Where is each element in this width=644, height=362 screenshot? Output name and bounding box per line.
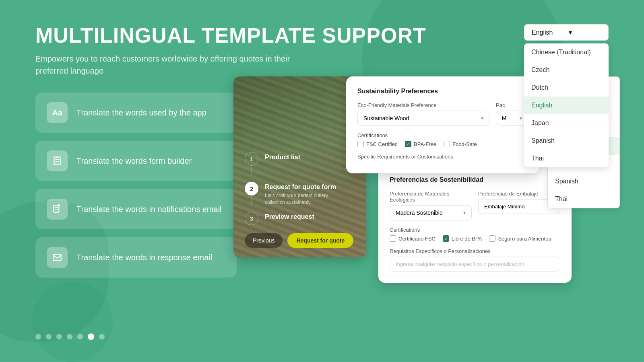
cert-bpa-checkbox-es[interactable]: ✓ [443, 235, 449, 242]
step-title-2: Request for quote form [265, 183, 345, 191]
step-line-2: 2 [245, 182, 258, 207]
lang-option-th[interactable]: Thai [524, 150, 609, 167]
wizard-step-3: 3 Preview request [245, 212, 355, 225]
aa-icon: Aa [52, 108, 62, 117]
dot-7[interactable] [99, 334, 105, 339]
step-content-2: Request for quote form Let's craft your … [265, 182, 345, 206]
pack-label-en: Pac [496, 102, 528, 108]
eco-chevron-en: ▾ [481, 115, 483, 121]
feature-list: Aa Translate the words used by the app T… [35, 93, 237, 278]
top-lang-dropdown-list[interactable]: Chinese (Traditional) Czech Dutch Englis… [524, 43, 609, 167]
lang-option-cs[interactable]: Czech [524, 61, 609, 79]
cert-fsc-label-en: FSC Certified [366, 141, 398, 147]
certifications-en: FSC Certified ✓ BPA-Free Food-Sate [357, 141, 528, 147]
notification-icon [47, 199, 68, 220]
step-title-1: Product list [265, 154, 300, 161]
svg-rect-0 [54, 157, 60, 165]
bg-decoration-3 [32, 282, 113, 362]
dot-4[interactable] [67, 334, 72, 339]
step-desc-2: Let's craft your perfect cutlery collect… [265, 192, 345, 206]
cert-food-label-en: Food-Sate [452, 141, 477, 147]
pack-field-group-en: Pac M ▾ [496, 102, 528, 126]
dot-1[interactable] [35, 334, 41, 339]
cert-bpa-label-en: BPA-Free [414, 141, 436, 147]
cert-fsc-en: FSC Certified [357, 141, 398, 147]
card-lang-th[interactable]: Thai [548, 190, 619, 208]
pack-select-en[interactable]: M ▾ [496, 111, 528, 125]
svg-rect-7 [53, 254, 61, 260]
cert-bpa-label-es: Libre de BPA [452, 236, 482, 242]
eco-label-en: Eco-Friendly Materials Preference [357, 102, 489, 108]
top-lang-selected-label: English [532, 29, 553, 36]
previous-button[interactable]: Previous [245, 233, 283, 248]
feature-item-form-builder: Translate the words form builder [35, 141, 237, 181]
cert-fsc-checkbox-en[interactable] [357, 141, 364, 147]
step-content-3: Preview request [265, 212, 314, 220]
field-row-en-1: Eco-Friendly Materials Preference Sustai… [357, 102, 528, 126]
req-placeholder-es: Ingresa cualquier requisito específico o… [396, 261, 524, 267]
certs-label-en: Certifications [357, 132, 528, 138]
cert-fsc-es: Certificado FSC [390, 235, 436, 242]
pagination-dots [35, 333, 105, 340]
req-input-es[interactable]: Ingresa cualquier requisito específico o… [390, 257, 560, 272]
lang-option-en[interactable]: English [524, 97, 609, 114]
eco-select-es[interactable]: Madera Sostenible ▾ [390, 205, 472, 220]
feature-item-app-words: Aa Translate the words used by the app [35, 93, 237, 133]
header: MULTILINGUAL TEMPLATE SUPPORT Empowers y… [35, 24, 609, 77]
bell-doc-icon [52, 204, 62, 214]
eco-chevron-es: ▾ [463, 210, 466, 216]
eco-label-es: Preferencia de Materiales Ecológicos [390, 191, 472, 203]
cert-food-en: Food-Sate [444, 141, 477, 147]
wizard-step-2: 2 Request for quote form Let's craft you… [245, 182, 355, 207]
feature-text-notifications: Translate the words in notifications ema… [76, 204, 222, 214]
request-for-quote-button[interactable]: Request for quote [287, 233, 353, 248]
req-label-es: Requisitos Específicos o Personalizacion… [390, 248, 560, 254]
wizard-step-1: 1 Product list [245, 152, 355, 177]
step-connector-2 [252, 197, 252, 205]
step-title-3: Preview request [265, 213, 314, 220]
dot-2[interactable] [46, 334, 52, 339]
pack-chevron-en: ▾ [520, 115, 522, 121]
clipboard-icon [52, 156, 62, 166]
lang-option-ja[interactable]: Japan [524, 114, 609, 132]
eco-value-es: Madera Sostenible [396, 210, 443, 216]
top-lang-dropdown-btn[interactable]: English ▾ [524, 24, 609, 41]
cert-fsc-checkbox-es[interactable] [390, 235, 396, 242]
certs-label-es: Certifications [390, 227, 560, 233]
field-row-es-1: Preferencia de Materiales Ecológicos Mad… [390, 191, 560, 220]
dot-6[interactable] [88, 333, 94, 340]
card-lang-es[interactable]: Spanish [548, 173, 619, 190]
cert-fsc-label-es: Certificado FSC [398, 236, 436, 242]
lang-option-zh[interactable]: Chinese (Traditional) [524, 43, 609, 61]
eco-field-group-es: Preferencia de Materiales Ecológicos Mad… [390, 191, 472, 220]
eco-select-en[interactable]: Sustainable Wood ▾ [357, 111, 489, 126]
svg-rect-4 [54, 205, 59, 212]
lang-option-es[interactable]: Spanish [524, 132, 609, 150]
form-card-es-title: Preferencias de Sostenibilidad [390, 176, 560, 183]
cert-food-checkbox-en[interactable] [444, 141, 450, 147]
step-number-3: 3 [245, 212, 258, 225]
dot-5[interactable] [77, 334, 83, 339]
feature-item-notifications: Translate the words in notifications ema… [35, 189, 237, 229]
wizard-buttons: Previous Request for quote [245, 233, 355, 248]
form-card-english: Sustainability Preferences Eco-Friendly … [346, 76, 539, 173]
dot-3[interactable] [56, 334, 62, 339]
page-title: MULTILINGUAL TEMPLATE SUPPORT [35, 24, 609, 47]
req-label-en: Specific Requirements or Customizations [357, 154, 528, 160]
cert-bpa-checkbox-en[interactable]: ✓ [405, 141, 411, 147]
step-line-3: 3 [245, 212, 258, 225]
cert-food-es: Seguro para Alimentos [489, 235, 551, 242]
cert-food-checkbox-es[interactable] [489, 235, 495, 242]
form-icon [47, 150, 68, 171]
top-lang-chevron-icon: ▾ [569, 29, 572, 36]
envelope-icon [52, 252, 62, 263]
step-line-1: 1 [245, 152, 258, 177]
wizard-steps: 1 Product list 2 Request for quote form [245, 152, 355, 225]
step-number-1: 1 [245, 152, 258, 166]
cert-bpa-es: ✓ Libre de BPA [443, 235, 482, 242]
lang-option-nl[interactable]: Dutch [524, 79, 609, 97]
feature-text-form-builder: Translate the words form builder [76, 156, 192, 166]
email-icon [47, 247, 68, 268]
step-content-1: Product list [265, 152, 300, 161]
top-lang-dropdown-wrapper[interactable]: English ▾ Chinese (Traditional) Czech Du… [524, 24, 609, 41]
